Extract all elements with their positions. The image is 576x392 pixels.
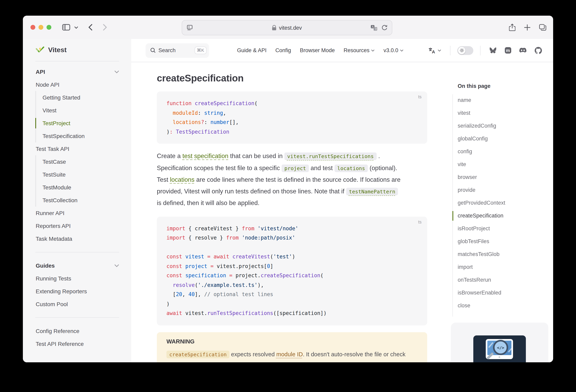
code-block-example: ts import { createVitest } from 'vitest/…: [157, 216, 427, 325]
sidebar-nav: APINode APIGetting StartedVitestTestProj…: [23, 61, 131, 350]
toc-item-getprovidedcontext[interactable]: getProvidedContext: [453, 197, 553, 210]
discord-icon[interactable]: [519, 47, 527, 53]
warning-body: createSpecification expects resolved mod…: [167, 348, 418, 362]
text: (optional).: [368, 164, 397, 171]
sidebar-item-runner-api[interactable]: Runner API: [23, 207, 131, 219]
text: provided, Vitest will only run tests def…: [157, 188, 346, 194]
sidebar-item-extending-reporters[interactable]: Extending Reporters: [23, 285, 131, 298]
toc-list: namevitestserializedConfigglobalConfigco…: [453, 94, 553, 312]
nav-guide-api[interactable]: Guide & API: [237, 47, 266, 53]
warning-line: that it exists on the file system.: [167, 360, 418, 362]
translate-icon[interactable]: A: [428, 47, 436, 54]
page: createSpecification ts function createSp…: [131, 62, 553, 362]
brand[interactable]: Vitest: [23, 39, 131, 61]
svg-text:A: A: [432, 49, 435, 54]
share-icon[interactable]: [509, 24, 516, 31]
toc-item-browser[interactable]: browser: [453, 171, 553, 184]
back-button[interactable]: [88, 16, 93, 39]
toc-item-close[interactable]: close: [453, 299, 553, 312]
toc-item-name[interactable]: name: [453, 94, 553, 107]
theme-toggle[interactable]: [457, 46, 473, 55]
translate-chevron-down-icon[interactable]: [438, 49, 441, 52]
sidebar-item-testspecification[interactable]: TestSpecification: [36, 130, 131, 142]
main-nav: Guide & APIConfigBrowser ModeResourcesv3…: [237, 47, 403, 53]
tab-overview-icon[interactable]: [539, 24, 546, 31]
sun-icon: [458, 47, 465, 54]
mastodon-icon[interactable]: m: [505, 47, 511, 54]
minimize-window-button[interactable]: [38, 25, 43, 30]
forward-button[interactable]: [103, 16, 107, 39]
nav-resources[interactable]: Resources: [344, 47, 375, 53]
sidebar-item-vitest[interactable]: Vitest: [36, 104, 131, 117]
link-test-specification[interactable]: test specification: [182, 152, 229, 159]
toc-title: On this page: [458, 83, 490, 89]
description-paragraph: Create a test specification that can be …: [157, 151, 427, 209]
sidebar-item-config-reference[interactable]: Config Reference: [23, 325, 131, 337]
new-tab-icon[interactable]: [524, 24, 531, 31]
sidebar-item-testcase[interactable]: TestCase: [36, 155, 131, 168]
sidebar-item-task-metadata[interactable]: Task Metadata: [23, 232, 131, 245]
promo-card[interactable]: </>: [451, 323, 548, 362]
toc-item-isrootproject[interactable]: isRootProject: [453, 222, 553, 235]
inline-code-link-testnamepattern[interactable]: testNamePattern: [346, 188, 398, 195]
brand-name: Vitest: [48, 46, 67, 54]
toolbar-chevron-down-icon[interactable]: [74, 16, 78, 39]
code: function createSpecification( moduleId: …: [167, 99, 418, 136]
toc-item-provide[interactable]: provide: [453, 184, 553, 197]
link-module-id[interactable]: module ID: [276, 351, 303, 357]
text: Specification scopes the test file to a …: [157, 164, 282, 171]
text: and test: [309, 164, 335, 171]
sidebar-toggle-icon[interactable]: [62, 16, 70, 39]
sidebar-item-test-api-reference[interactable]: Test API Reference: [23, 337, 131, 350]
toc-item-serializedconfig[interactable]: serializedConfig: [453, 120, 553, 132]
sidebar-section-guides[interactable]: Guides: [23, 259, 131, 272]
toc-item-vite[interactable]: vite: [453, 158, 553, 171]
bluesky-icon[interactable]: [489, 47, 497, 54]
github-icon[interactable]: [535, 47, 542, 54]
inline-code-link-vitest-runtestspecifications[interactable]: vitest.runTestSpecifications: [284, 152, 376, 160]
search-shortcut: ⌘K: [194, 47, 206, 54]
toc-item-ontestsrerun[interactable]: onTestsRerun: [453, 274, 553, 286]
zoom-window-button[interactable]: [47, 25, 51, 30]
text: is defined, then it will also be applied…: [157, 199, 259, 206]
toc-item-globtestfiles[interactable]: globTestFiles: [453, 235, 553, 248]
sidebar-subgroup: Getting StartedVitestTestProjectTestSpec…: [35, 91, 131, 142]
sidebar-item-node-api[interactable]: Node API: [23, 78, 131, 91]
paragraph-line: Specification scopes the test file to a …: [157, 162, 427, 174]
nav-config[interactable]: Config: [275, 47, 291, 53]
sidebar-item-custom-pool[interactable]: Custom Pool: [23, 298, 131, 311]
translate-page-icon[interactable]: A文: [371, 21, 377, 35]
toc-item-vitest[interactable]: vitest: [453, 107, 553, 120]
sidebar-item-testproject[interactable]: TestProject: [36, 117, 131, 130]
sidebar-item-testmodule[interactable]: TestModule: [36, 181, 131, 194]
sidebar-item-testcollection[interactable]: TestCollection: [36, 194, 131, 207]
sidebar-item-test-task-api[interactable]: Test Task API: [23, 142, 131, 155]
reload-icon[interactable]: [381, 21, 387, 35]
sidebar-subgroup: TestCaseTestSuiteTestModuleTestCollectio…: [35, 155, 131, 207]
text: that can be used in: [229, 152, 284, 159]
link-locations[interactable]: locations: [170, 176, 194, 183]
vitest-logo-icon: [36, 46, 45, 54]
address-bar[interactable]: vitest.dev A文: [182, 20, 392, 35]
sidebar-section-api[interactable]: API: [23, 65, 131, 78]
toc-item-matchestestglob[interactable]: matchesTestGlob: [453, 248, 553, 261]
nav-browser-mode[interactable]: Browser Mode: [300, 47, 335, 53]
svg-text:A: A: [372, 25, 374, 28]
toc-item-globalconfig[interactable]: globalConfig: [453, 132, 553, 145]
sidebar-item-testsuite[interactable]: TestSuite: [36, 168, 131, 181]
search-input[interactable]: Search ⌘K: [145, 43, 209, 58]
sidebar-item-running-tests[interactable]: Running Tests: [23, 272, 131, 285]
sidebar-item-reporters-api[interactable]: Reporters API: [23, 219, 131, 232]
text: are code lines where the test is defined…: [195, 176, 401, 183]
search-label: Search: [158, 47, 192, 53]
toc-item-config[interactable]: config: [453, 145, 553, 158]
code-block-signature: ts function createSpecification( moduleI…: [157, 91, 427, 144]
toc-item-import[interactable]: import: [453, 261, 553, 274]
toc-item-createspecification[interactable]: createSpecification: [453, 210, 553, 222]
sidebar-section-divider: [35, 317, 119, 318]
sidebar-item-getting-started[interactable]: Getting Started: [36, 91, 131, 104]
close-window-button[interactable]: [30, 25, 35, 30]
nav-v3-0-0[interactable]: v3.0.0: [383, 47, 403, 53]
doc-content: createSpecification ts function createSp…: [157, 62, 427, 362]
toc-item-isbrowserenabled[interactable]: isBrowserEnabled: [453, 286, 553, 299]
